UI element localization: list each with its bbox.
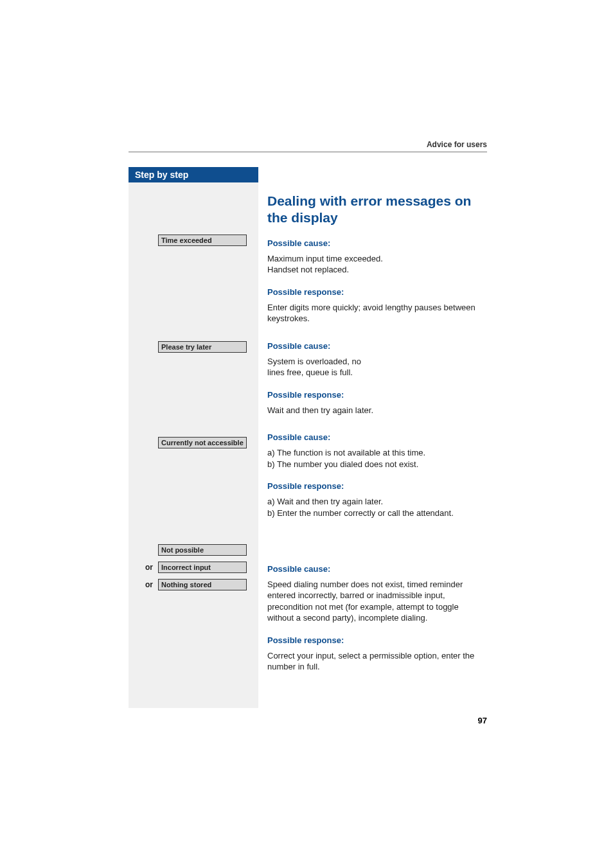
section-title: Dealing with error messages on the displ…	[267, 193, 487, 227]
display-box-incorrect-input: Incorrect input	[158, 562, 247, 573]
possible-response-heading: Possible response:	[267, 635, 487, 645]
page-header: Advice for users	[427, 140, 487, 149]
or-label-2: or	[145, 580, 153, 589]
main-content: Dealing with error messages on the displ…	[267, 193, 487, 689]
possible-response-text: Correct your input, select a permissible…	[267, 650, 487, 673]
sidebar-title: Step by step	[129, 167, 258, 182]
page-number: 97	[478, 716, 487, 725]
error-block-1: Possible cause: System is overloaded, no…	[267, 341, 487, 416]
error-block-0: Possible cause: Maximum input time excee…	[267, 238, 487, 324]
possible-response-text: a) Wait and then try again later. b) Ent…	[267, 496, 487, 518]
possible-cause-heading: Possible cause:	[267, 432, 487, 442]
possible-response-text: Wait and then try again later.	[267, 405, 487, 416]
display-box-currently-not-accessible: Currently not accessible	[158, 437, 247, 448]
or-label-1: or	[145, 563, 153, 572]
header-divider	[129, 152, 487, 152]
possible-cause-heading: Possible cause:	[267, 341, 487, 351]
error-block-3: Possible cause: Speed dialing number doe…	[267, 564, 487, 673]
display-box-time-exceeded: Time exceeded	[158, 235, 247, 246]
error-block-2: Possible cause: a) The function is not a…	[267, 432, 487, 518]
possible-response-heading: Possible response:	[267, 287, 487, 297]
possible-cause-text: System is overloaded, no lines free, que…	[267, 356, 487, 378]
possible-cause-text: Speed dialing number does not exist, tim…	[267, 579, 487, 624]
display-box-nothing-stored: Nothing stored	[158, 579, 247, 590]
display-box-not-possible: Not possible	[158, 544, 247, 556]
possible-response-heading: Possible response:	[267, 390, 487, 400]
display-box-please-try-later: Please try later	[158, 341, 247, 353]
possible-cause-heading: Possible cause:	[267, 238, 487, 248]
possible-cause-text: Maximum input time exceeded. Handset not…	[267, 253, 487, 276]
possible-response-text: Enter digits more quickly; avoid lengthy…	[267, 302, 487, 324]
possible-cause-text: a) The function is not available at this…	[267, 447, 487, 470]
possible-cause-heading: Possible cause:	[267, 564, 487, 574]
possible-response-heading: Possible response:	[267, 481, 487, 491]
